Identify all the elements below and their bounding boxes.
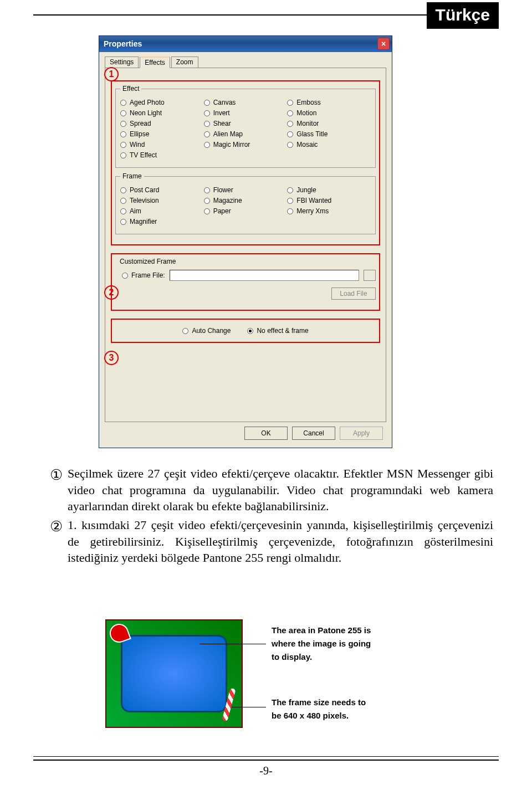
radio-icon	[204, 187, 210, 193]
radio-icon	[120, 121, 126, 127]
effect-opt-label-4: Wind	[130, 141, 145, 148]
window-title: Properties	[104, 39, 142, 48]
effect-opt-1[interactable]: Motion	[287, 109, 371, 117]
frame-opt-label-1: FBI Wanted	[296, 197, 331, 204]
frame-opt-2[interactable]: Merry Xms	[287, 207, 371, 215]
effect-opt-3[interactable]: Glass Title	[287, 130, 371, 138]
radio-icon	[120, 110, 126, 116]
tab-zoom[interactable]: Zoom	[171, 57, 198, 68]
effect-opt-label-3: Ellipse	[130, 130, 149, 138]
group-customized: Customized Frame Frame File: Load File	[115, 258, 376, 300]
frame-opt-3[interactable]: Magnifier	[120, 218, 204, 225]
leader-line-1	[200, 644, 266, 644]
effect-opt-label-0: Emboss	[296, 99, 320, 106]
effect-opt-5[interactable]: TV Effect	[120, 151, 204, 159]
group-effect-legend: Effect	[120, 85, 141, 93]
properties-window: Properties × Settings Effects Zoom 1 Eff…	[99, 35, 392, 448]
tab-strip: Settings Effects Zoom	[105, 57, 386, 68]
redbox-customized: Customized Frame Frame File: Load File	[111, 253, 380, 311]
effect-opt-label-4: Magic Mirror	[213, 141, 250, 148]
radio-icon	[287, 142, 293, 148]
radio-icon	[287, 121, 293, 127]
frame-illustration: The area in Patone 255 is where the imag…	[105, 619, 432, 728]
tab-content: 1 Effect Aged PhotoNeon LightSpreadEllip…	[105, 68, 386, 422]
radio-icon	[204, 131, 210, 137]
frame-opt-2[interactable]: Aim	[120, 207, 204, 215]
effect-opt-2[interactable]: Shear	[204, 120, 288, 127]
effect-opt-0[interactable]: Aged Photo	[120, 99, 204, 106]
effect-opt-0[interactable]: Emboss	[287, 99, 371, 106]
effect-opt-label-0: Canvas	[213, 99, 236, 106]
group-effect: Effect Aged PhotoNeon LightSpreadEllipse…	[115, 85, 376, 168]
effect-opt-3[interactable]: Ellipse	[120, 130, 204, 138]
no-effect-label: No effect & frame	[257, 327, 308, 335]
auto-change-label: Auto Change	[192, 327, 231, 335]
effect-opt-1[interactable]: Neon Light	[120, 109, 204, 117]
effect-opt-label-1: Neon Light	[130, 109, 162, 117]
frame-opt-2[interactable]: Paper	[204, 207, 288, 215]
marker-2: ②	[44, 517, 68, 566]
frame-preview	[105, 619, 243, 728]
footer-rule	[33, 757, 499, 761]
radio-icon	[204, 110, 210, 116]
close-icon[interactable]: ×	[377, 38, 390, 50]
radio-icon	[120, 142, 126, 148]
effect-opt-2[interactable]: Monitor	[287, 120, 371, 127]
effect-opt-4[interactable]: Wind	[120, 141, 204, 148]
effect-opt-3[interactable]: Alien Map	[204, 130, 288, 138]
radio-icon	[287, 110, 293, 116]
frame-opt-0[interactable]: Jungle	[287, 186, 371, 194]
tab-settings[interactable]: Settings	[105, 57, 139, 68]
radio-icon	[204, 142, 210, 148]
paragraph-2: 1. kısımdaki 27 çeşit video efekti/çerçe…	[68, 517, 493, 566]
radio-frame-file[interactable]: Frame File:	[122, 271, 165, 279]
effect-opt-2[interactable]: Spread	[120, 120, 204, 127]
apply-button[interactable]: Apply	[340, 427, 383, 440]
effect-opt-4[interactable]: Magic Mirror	[204, 141, 288, 148]
frame-opt-0[interactable]: Flower	[204, 186, 288, 194]
button-row: OK Cancel Apply	[105, 422, 386, 442]
frame-opt-label-1: Magazine	[213, 197, 242, 204]
effect-opt-label-2: Monitor	[296, 120, 319, 127]
radio-icon	[287, 187, 293, 193]
effect-opt-1[interactable]: Invert	[204, 109, 288, 117]
effect-opt-label-0: Aged Photo	[130, 99, 165, 106]
titlebar: Properties ×	[99, 36, 392, 52]
radio-no-effect[interactable]: No effect & frame	[247, 327, 308, 335]
effect-opt-label-1: Motion	[296, 109, 316, 117]
radio-auto-change[interactable]: Auto Change	[182, 327, 231, 335]
radio-icon	[120, 131, 126, 137]
group-frame: Frame Post CardTelevisionAimMagnifier Fl…	[115, 172, 376, 234]
radio-icon	[287, 100, 293, 106]
frame-opt-label-0: Jungle	[296, 186, 316, 194]
frame-opt-label-3: Magnifier	[130, 218, 157, 225]
annotation-1: The area in Patone 255 is where the imag…	[272, 624, 371, 664]
radio-icon	[204, 121, 210, 127]
frame-opt-label-2: Merry Xms	[296, 207, 329, 215]
cancel-button[interactable]: Cancel	[292, 427, 335, 440]
group-customized-legend: Customized Frame	[117, 258, 178, 265]
annotation-2: The frame size needs to be 640 x 480 pix…	[272, 696, 366, 722]
frame-opt-1[interactable]: Magazine	[204, 197, 288, 204]
frame-file-label: Frame File:	[131, 271, 165, 279]
radio-icon	[120, 198, 126, 204]
frame-file-input[interactable]	[170, 270, 359, 281]
load-file-button[interactable]: Load File	[331, 288, 376, 300]
frame-opt-1[interactable]: Television	[120, 197, 204, 204]
effect-opt-label-3: Alien Map	[213, 130, 243, 138]
frame-opt-1[interactable]: FBI Wanted	[287, 197, 371, 204]
radio-icon	[287, 198, 293, 204]
frame-opt-label-0: Post Card	[130, 186, 159, 194]
paragraph-1: Seçilmek üzere 27 çeşit video efekti/çer…	[68, 465, 493, 515]
effect-opt-0[interactable]: Canvas	[204, 99, 288, 106]
ok-button[interactable]: OK	[244, 427, 288, 440]
effect-opt-label-1: Invert	[213, 109, 230, 117]
effect-opt-label-5: TV Effect	[130, 151, 157, 159]
leader-line-2	[232, 707, 266, 707]
effect-opt-4[interactable]: Mosaic	[287, 141, 371, 148]
radio-icon	[120, 100, 126, 106]
browse-button[interactable]	[364, 270, 376, 281]
frame-opt-0[interactable]: Post Card	[120, 186, 204, 194]
tab-effects[interactable]: Effects	[140, 57, 170, 68]
frame-opt-label-0: Flower	[213, 186, 233, 194]
